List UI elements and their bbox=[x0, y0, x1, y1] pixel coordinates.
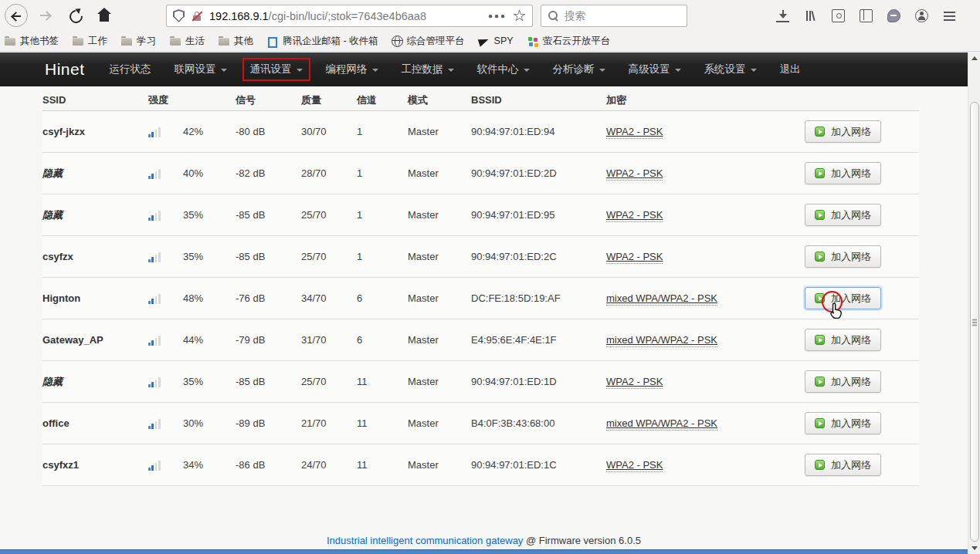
ssid-value: 隐藏 bbox=[42, 375, 148, 389]
firmware-version-text: @ Firmware version 6.0.5 bbox=[523, 535, 641, 546]
bookmark-item[interactable]: 学习 bbox=[120, 35, 156, 48]
join-network-button[interactable]: 加入网络 bbox=[805, 204, 881, 226]
nav-menu-item[interactable]: 高级设置 bbox=[629, 62, 681, 76]
toolbar-action-icon[interactable] bbox=[804, 9, 817, 22]
wifi-table-row: Hignton 48% -76 dB 34/70 6 Master DC:FE:… bbox=[42, 278, 919, 319]
action-cell: 加入网络 bbox=[805, 370, 915, 393]
bookmark-icon bbox=[169, 35, 181, 46]
strength-value: 35% bbox=[183, 251, 203, 262]
channel-value: 6 bbox=[357, 334, 408, 346]
join-play-icon bbox=[815, 252, 825, 262]
nav-menu-item[interactable]: 工控数据 bbox=[402, 62, 454, 76]
bookmark-label: 其他 bbox=[234, 35, 253, 48]
ssid-value: csyfzx bbox=[42, 251, 148, 262]
bookmark-item[interactable]: 腾讯企业邮箱 - 收件箱 bbox=[266, 35, 378, 48]
browser-nav-button[interactable] bbox=[34, 4, 57, 27]
signal-strength-icon bbox=[148, 418, 162, 429]
insecure-lock-icon bbox=[191, 9, 203, 22]
join-button-label: 加入网络 bbox=[831, 250, 871, 264]
bookmark-item[interactable]: 综合管理平台 bbox=[392, 35, 465, 48]
encryption-value: WPA2 - PSK bbox=[606, 251, 663, 264]
search-box[interactable] bbox=[541, 5, 687, 27]
join-play-icon bbox=[815, 168, 825, 178]
toolbar-action-icon[interactable] bbox=[776, 9, 789, 22]
chevron-down-icon bbox=[675, 69, 681, 72]
search-input[interactable] bbox=[565, 10, 701, 22]
channel-value: 1 bbox=[357, 126, 408, 137]
brand-logo[interactable]: Hinet bbox=[45, 60, 85, 79]
join-network-button[interactable]: 加入网络 bbox=[805, 329, 881, 351]
chevron-down-icon bbox=[751, 69, 757, 72]
join-network-button[interactable]: 加入网络 bbox=[805, 412, 881, 434]
encryption-value: WPA2 - PSK bbox=[606, 376, 663, 389]
bookmark-item[interactable]: 其他书签 bbox=[4, 35, 59, 48]
page-actions-icon[interactable]: ●●● bbox=[488, 12, 507, 20]
scrollbar-thumb[interactable] bbox=[970, 102, 979, 542]
toolbar-action-icon[interactable] bbox=[832, 9, 845, 22]
join-network-button[interactable]: 加入网络 bbox=[805, 370, 881, 393]
signal-value: -82 dB bbox=[236, 167, 301, 179]
encryption-value: mixed WPA/WPA2 - PSK bbox=[606, 292, 717, 306]
gateway-link[interactable]: Industrial intelligent communication gat… bbox=[327, 535, 523, 546]
strength-value: 35% bbox=[183, 209, 203, 221]
bookmark-item[interactable]: 生活 bbox=[169, 35, 205, 48]
nav-menu-item[interactable]: 分析诊断 bbox=[553, 62, 605, 76]
wifi-scan-table: SSID 强度 信号 质量 信道 模式 BSSID 加密 csyf-jkzx 4… bbox=[42, 90, 919, 486]
quality-value: 30/70 bbox=[301, 126, 357, 137]
action-cell: 加入网络 bbox=[805, 454, 915, 476]
encryption-value: WPA2 - PSK bbox=[606, 209, 663, 222]
page-footer: Industrial intelligent communication gat… bbox=[0, 535, 968, 546]
bookmark-star-icon[interactable] bbox=[513, 9, 526, 22]
wifi-table-row: 隐藏 35% -85 dB 25/70 1 Master 90:94:97:01… bbox=[42, 194, 919, 236]
browser-nav-button[interactable] bbox=[5, 4, 28, 27]
join-network-button[interactable]: 加入网络 bbox=[805, 454, 881, 476]
shield-icon[interactable] bbox=[173, 9, 185, 22]
join-network-button[interactable]: 加入网络 bbox=[805, 287, 881, 309]
nav-menu-item[interactable]: 运行状态 bbox=[110, 62, 151, 76]
bookmark-item[interactable]: 工作 bbox=[72, 35, 107, 48]
quality-value: 25/70 bbox=[301, 251, 357, 262]
wifi-table-row: csyf-jkzx 42% -80 dB 30/70 1 Master 90:9… bbox=[42, 111, 919, 153]
quality-value: 25/70 bbox=[301, 209, 357, 221]
browser-nav-button[interactable] bbox=[63, 4, 86, 27]
toolbar-action-icon[interactable] bbox=[887, 9, 900, 22]
chevron-down-icon bbox=[524, 69, 530, 72]
strength-cell: 40% bbox=[148, 167, 236, 179]
bookmark-item[interactable]: 其他 bbox=[218, 35, 253, 48]
nav-menu-item[interactable]: 系统设置 bbox=[704, 62, 757, 76]
scroll-down-arrow[interactable] bbox=[968, 542, 980, 554]
join-network-button[interactable]: 加入网络 bbox=[805, 245, 881, 268]
nav-menu-item[interactable]: 退出 bbox=[780, 62, 801, 76]
vertical-scrollbar[interactable] bbox=[968, 52, 980, 554]
nav-menu-item[interactable]: 编程网络 bbox=[326, 62, 378, 76]
nav-menu-item[interactable]: 通讯设置 bbox=[250, 62, 303, 76]
url-text[interactable]: 192.168.9.1/cgi-bin/luci/;stok=7643e4b6a… bbox=[209, 10, 482, 22]
nav-menu-label: 运行状态 bbox=[110, 62, 151, 76]
nav-menu-label: 编程网络 bbox=[326, 62, 368, 76]
col-header-mode: 模式 bbox=[408, 93, 471, 107]
join-play-icon bbox=[815, 293, 825, 303]
toolbar-action-icon[interactable] bbox=[860, 9, 873, 22]
join-network-button[interactable]: 加入网络 bbox=[805, 120, 881, 143]
ssid-value: Hignton bbox=[42, 292, 148, 304]
chevron-down-icon bbox=[221, 69, 227, 72]
toolbar-action-icon[interactable] bbox=[943, 9, 956, 22]
bookmark-item[interactable]: 萤石云开放平台 bbox=[527, 35, 611, 48]
encryption-value: WPA2 - PSK bbox=[606, 167, 663, 181]
toolbar-action-icon[interactable] bbox=[915, 9, 928, 22]
bookmark-item[interactable]: SPY bbox=[478, 35, 514, 46]
nav-menu-item[interactable]: 软件中心 bbox=[477, 62, 530, 76]
nav-menu-item[interactable]: 联网设置 bbox=[175, 62, 227, 76]
browser-nav-button[interactable] bbox=[93, 4, 116, 27]
bookmark-icon bbox=[392, 35, 403, 47]
signal-value: -80 dB bbox=[236, 126, 301, 137]
quality-value: 31/70 bbox=[301, 334, 357, 346]
encryption-cell: mixed WPA/WPA2 - PSK bbox=[606, 292, 717, 304]
action-cell: 加入网络 bbox=[805, 204, 915, 226]
bookmark-label: 综合管理平台 bbox=[407, 35, 465, 48]
strength-value: 44% bbox=[183, 334, 203, 346]
bookmark-icon bbox=[4, 35, 16, 46]
url-bar[interactable]: 192.168.9.1/cgi-bin/luci/;stok=7643e4b6a… bbox=[166, 5, 533, 27]
scroll-up-arrow[interactable] bbox=[968, 52, 980, 64]
join-network-button[interactable]: 加入网络 bbox=[805, 162, 881, 184]
